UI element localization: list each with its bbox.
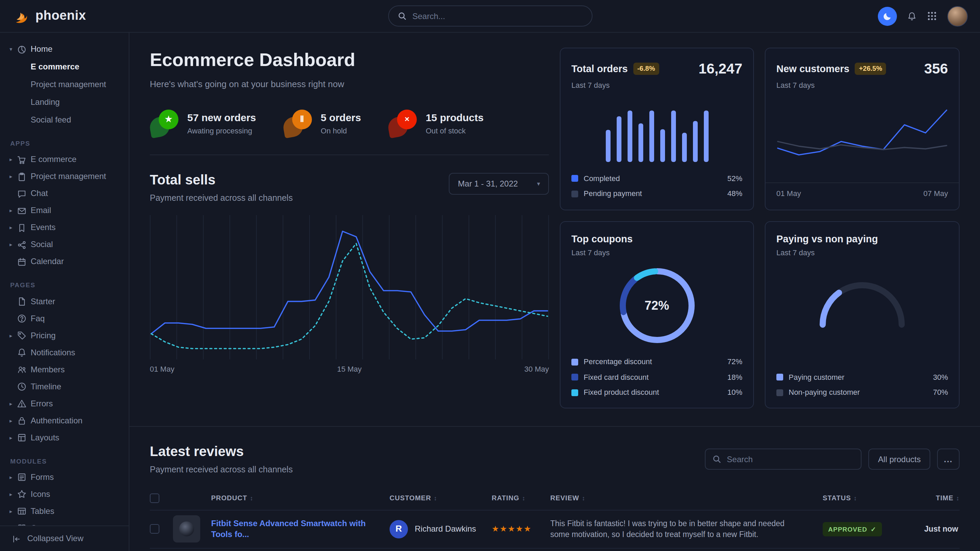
phoenix-logo-icon — [12, 7, 30, 25]
theme-toggle-button[interactable] — [878, 6, 897, 25]
legend-item: Completed 52% — [571, 173, 742, 184]
sidebar-item-landing[interactable]: Landing — [10, 93, 123, 111]
table-row: iPhone 13 pro max-Pacific Blue-128GB sto… — [150, 549, 959, 551]
brand-logo[interactable]: phoenix — [12, 7, 129, 25]
sidebar-item-home[interactable]: ▾ Home — [10, 41, 123, 58]
column-header-review[interactable]: REVIEW↕ — [550, 494, 822, 503]
sidebar-item-authentication[interactable]: ▸ Authentication — [10, 412, 123, 429]
date-range-select[interactable]: Mar 1 - 31, 2022 ▾ — [449, 173, 549, 195]
sidebar-item-members[interactable]: Members — [10, 361, 123, 378]
caret-right-icon: ▸ — [10, 491, 17, 498]
customer-avatar[interactable]: R — [390, 520, 408, 538]
sidebar-item-events[interactable]: ▸ Events — [10, 219, 123, 237]
reviews-search[interactable] — [705, 449, 862, 470]
sidebar: ▾ Home E commerce Project management Lan… — [0, 33, 129, 551]
sidebar-item-chat[interactable]: Chat — [10, 186, 123, 203]
x-tick: 30 May — [524, 365, 549, 375]
total-orders-bar-chart — [599, 99, 715, 162]
stat-orders-on-hold: Ⅱ 5 orders On hold — [283, 110, 361, 137]
sidebar-item-errors[interactable]: ▸ Errors — [10, 395, 123, 412]
column-header-status[interactable]: STATUS↕ — [822, 494, 899, 503]
sidebar-item-faq[interactable]: Faq — [10, 310, 123, 327]
sidebar-item-ecommerce-dashboard[interactable]: E commerce — [10, 58, 123, 76]
page-subtitle: Here's what's going on at your business … — [150, 78, 549, 91]
notifications-bell-icon[interactable] — [907, 11, 917, 21]
caret-down-icon: ▾ — [10, 46, 17, 53]
sidebar-item-layouts[interactable]: ▸ Layouts — [10, 429, 123, 446]
table-icon — [17, 507, 31, 516]
global-search-input[interactable] — [412, 11, 582, 21]
global-search[interactable] — [388, 5, 592, 27]
sidebar-item-notifications[interactable]: Notifications — [10, 344, 123, 361]
legend-item: Paying customer 30% — [776, 372, 948, 383]
donut-center-label: 72% — [619, 268, 695, 344]
section-divider — [129, 426, 980, 427]
review-text: This Fitbit is fantastic! I was trying t… — [550, 518, 822, 541]
app: phoenix ▾ Home E commerce Pr — [0, 0, 980, 551]
all-products-button[interactable]: All products — [869, 449, 930, 470]
calendar-icon — [17, 257, 31, 267]
more-options-button[interactable]: ... — [937, 449, 959, 470]
change-badge: +26.5% — [855, 62, 886, 75]
user-avatar[interactable] — [947, 6, 968, 26]
review-time: Just now — [899, 524, 959, 535]
total-sells-chart — [150, 216, 549, 360]
bell-icon — [17, 348, 31, 357]
sidebar-item-ecommerce-app[interactable]: ▸ E commerce — [10, 151, 123, 168]
search-icon — [398, 11, 406, 21]
latest-reviews-title: Latest reviews — [150, 442, 293, 461]
column-header-product[interactable]: PRODUCT↕ — [211, 494, 390, 503]
column-header-rating[interactable]: RATING↕ — [492, 494, 550, 503]
reviews-search-input[interactable] — [727, 454, 854, 464]
sidebar-item-icons[interactable]: ▸ Icons — [10, 486, 123, 503]
caret-right-icon: ▸ — [10, 417, 17, 424]
sidebar-item-social[interactable]: ▸ Social — [10, 237, 123, 254]
rating-stars: ★★★★★ — [492, 524, 550, 535]
caret-right-icon: ▸ — [10, 241, 17, 248]
sidebar-item-forms[interactable]: ▸ Forms — [10, 469, 123, 486]
collapse-icon — [11, 534, 21, 543]
product-thumbnail[interactable] — [173, 516, 200, 543]
sidebar-item-social-feed[interactable]: Social feed — [10, 111, 123, 129]
sidebar-item-timeline[interactable]: Timeline — [10, 378, 123, 395]
sidebar-item-starter[interactable]: Starter — [10, 293, 123, 310]
row-checkbox[interactable] — [150, 524, 159, 534]
top-coupons-card: Top coupons Last 7 days 72% Percentage d… — [560, 221, 754, 409]
column-header-customer[interactable]: CUSTOMER↕ — [390, 494, 492, 503]
status-badge: APPROVED✓ — [822, 522, 882, 537]
product-link[interactable]: Fitbit Sense Advanced Smartwatch with To… — [211, 518, 390, 540]
sidebar-item-tables[interactable]: ▸ Tables — [10, 503, 123, 520]
new-customers-value: 356 — [924, 59, 948, 79]
cart-icon — [17, 155, 31, 165]
select-all-checkbox[interactable] — [150, 494, 159, 503]
x-tick: 01 May — [776, 189, 801, 199]
app-grid-icon[interactable] — [927, 11, 937, 21]
pie-chart-icon — [17, 44, 31, 54]
caret-right-icon: ▸ — [10, 474, 17, 481]
sidebar-item-calendar[interactable]: Calendar — [10, 254, 123, 271]
question-icon — [17, 314, 31, 323]
bookmark-icon — [17, 223, 31, 233]
sidebar-item-project-management-app[interactable]: ▸ Project management — [10, 168, 123, 186]
caret-right-icon: ▸ — [10, 400, 17, 407]
sidebar-item-pricing[interactable]: ▸ Pricing — [10, 327, 123, 344]
change-badge: -6.8% — [633, 62, 659, 75]
search-icon — [713, 455, 722, 464]
top-coupons-donut-chart: 72% — [619, 268, 695, 344]
customer-name: Richard Dawkins — [415, 524, 476, 535]
sidebar-item-email[interactable]: ▸ Email — [10, 203, 123, 219]
column-header-time[interactable]: TIME↕ — [899, 494, 959, 503]
sidebar-item-project-management-dashboard[interactable]: Project management — [10, 76, 123, 93]
total-sells-subtitle: Payment received across all channels — [150, 193, 293, 205]
legend-item: Percentage discount 72% — [571, 357, 742, 368]
tag-icon — [17, 331, 31, 340]
total-sells-title: Total sells — [150, 170, 293, 189]
warning-icon — [17, 399, 31, 408]
star-icon: ★ — [159, 110, 178, 129]
sidebar-item-components[interactable]: ▸ Components — [10, 520, 123, 526]
x-tick: 01 May — [150, 365, 174, 375]
sidebar-section-pages: PAGES — [10, 281, 123, 290]
collapsed-view-toggle[interactable]: Collapsed View — [0, 526, 129, 551]
sidebar-section-modules: MODULES — [10, 456, 123, 465]
x-icon: × — [397, 110, 417, 129]
